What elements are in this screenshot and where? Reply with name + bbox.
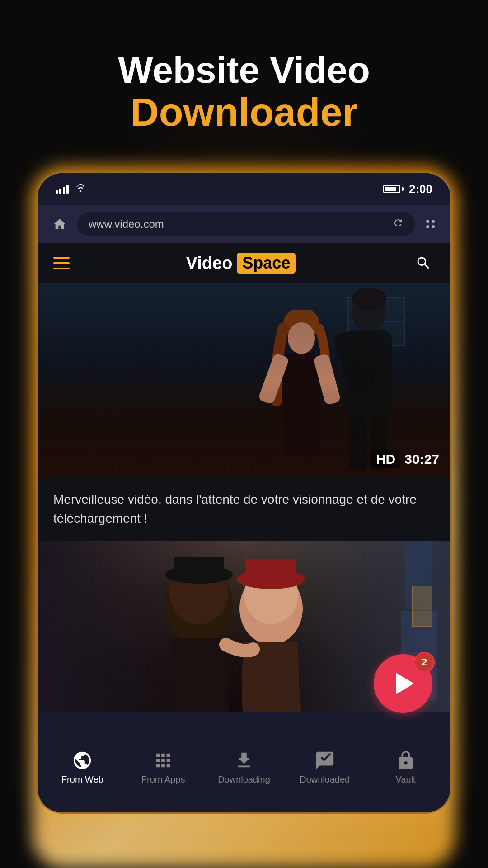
battery-icon (383, 185, 404, 193)
nav-label-downloading: Downloading (218, 774, 270, 785)
video-badge: HD 30:27 (371, 450, 439, 468)
downloaded-icon (314, 750, 335, 771)
url-text: www.video.com (89, 218, 386, 231)
menu-dots-button[interactable] (422, 215, 439, 233)
status-left (56, 183, 87, 195)
status-bar: 2:00 (38, 173, 450, 205)
nav-label-from-web: From Web (61, 774, 103, 785)
bottom-navigation: From Web From Apps Downloading (38, 731, 450, 812)
play-icon (396, 673, 414, 694)
signal-bar-2 (59, 189, 61, 194)
signal-bar-3 (63, 187, 65, 194)
time-display: 2:00 (409, 182, 432, 196)
reload-button[interactable] (393, 217, 404, 231)
nav-item-from-web[interactable]: From Web (42, 750, 123, 785)
url-bar[interactable]: www.video.com (77, 212, 415, 236)
phone-mockup: 2:00 www.video.com (36, 172, 452, 868)
nav-item-downloaded[interactable]: Downloaded (284, 750, 365, 785)
ham-line-3 (53, 268, 70, 269)
lighting-overlay (38, 283, 450, 477)
video-card-1[interactable]: HD 30:27 Merveilleuse vidéo, dans l'atte… (38, 283, 450, 541)
nav-item-downloading[interactable]: Downloading (204, 750, 285, 785)
app-title-badge: Space (237, 253, 296, 274)
browser-bar[interactable]: www.video.com (38, 205, 450, 243)
phone-frame: 2:00 www.video.com (36, 172, 452, 814)
signal-bar-4 (66, 185, 69, 194)
hamburger-menu[interactable] (53, 257, 70, 269)
nav-label-from-apps: From Apps (141, 774, 185, 785)
nav-item-from-apps[interactable]: From Apps (123, 750, 204, 785)
scroll-content: Video Space (38, 243, 450, 801)
title-line2: Downloader (0, 90, 488, 134)
fab-container: 2 (374, 654, 432, 713)
ham-line-2 (53, 262, 70, 264)
app-header: Video Space (38, 243, 450, 283)
phone-content: 2:00 www.video.com (38, 173, 450, 812)
app-title: Video Space (186, 253, 296, 274)
download-icon (234, 750, 254, 771)
app-title-text: Video (186, 254, 233, 273)
fab-badge: 2 (414, 652, 435, 673)
svg-rect-19 (246, 559, 296, 584)
couple-figure-2 (108, 550, 380, 712)
svg-rect-15 (174, 557, 224, 579)
globe-icon (72, 750, 93, 771)
nav-label-downloaded: Downloaded (300, 774, 350, 785)
sign-light (412, 586, 432, 627)
nav-item-vault[interactable]: Vault (365, 750, 446, 785)
video-thumbnail-1: HD 30:27 (38, 283, 450, 477)
signal-bar-1 (56, 190, 58, 194)
video-desc-text: Merveilleuse vidéo, dans l'attente de vo… (53, 492, 417, 525)
title-section: Website Video Downloader (0, 0, 488, 161)
nav-label-vault: Vault (396, 774, 416, 785)
signal-icon (56, 184, 69, 194)
title-line1: Website Video (0, 50, 488, 90)
status-right: 2:00 (383, 182, 432, 196)
ham-line-1 (53, 257, 70, 259)
lock-icon (395, 750, 416, 771)
duration-label: 30:27 (404, 452, 439, 467)
hd-label: HD (371, 450, 400, 468)
wifi-icon (74, 183, 87, 195)
fab-button[interactable]: 2 (374, 654, 432, 713)
home-button[interactable] (49, 213, 70, 235)
video-description-1: Merveilleuse vidéo, dans l'attente de vo… (38, 477, 450, 541)
apps-icon (153, 750, 174, 771)
search-button[interactable] (412, 252, 435, 274)
